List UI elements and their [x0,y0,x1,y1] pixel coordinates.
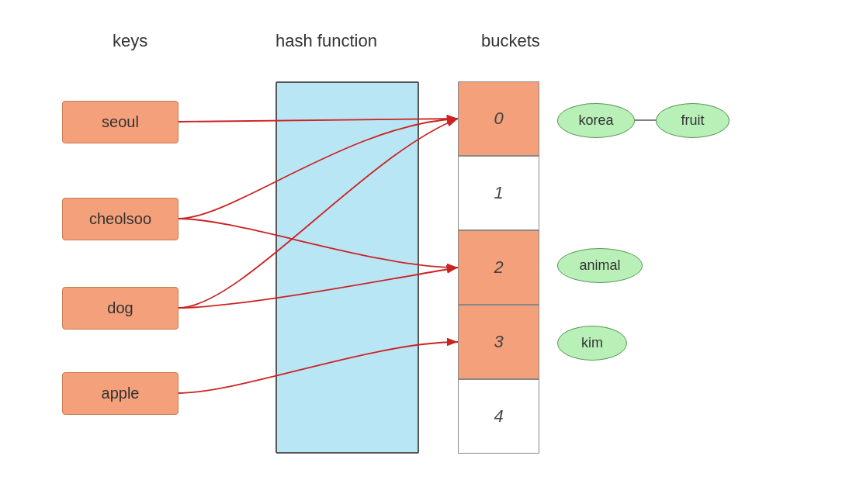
arrows-svg [0,0,856,504]
diagram-container: keys hash function buckets seoul cheolso… [0,0,856,504]
value-animal: animal [557,248,643,283]
bucket-3: 3 [458,305,539,379]
key-box-dog: dog [62,287,178,330]
bucket-4: 4 [458,379,539,454]
key-box-cheolsoo: cheolsoo [62,198,178,240]
value-fruit: fruit [656,103,730,138]
key-box-seoul: seoul [62,101,178,143]
buckets-label: buckets [481,31,540,51]
bucket-1: 1 [458,156,539,230]
buckets-container: 0 1 2 3 4 [458,81,539,454]
hash-function-box [276,81,419,454]
value-kim: kim [557,326,627,361]
bucket-0: 0 [458,81,539,156]
bucket-2: 2 [458,230,539,305]
hash-function-label: hash function [276,31,377,51]
keys-label: keys [113,31,147,51]
value-korea: korea [557,103,635,138]
key-box-apple: apple [62,372,178,415]
